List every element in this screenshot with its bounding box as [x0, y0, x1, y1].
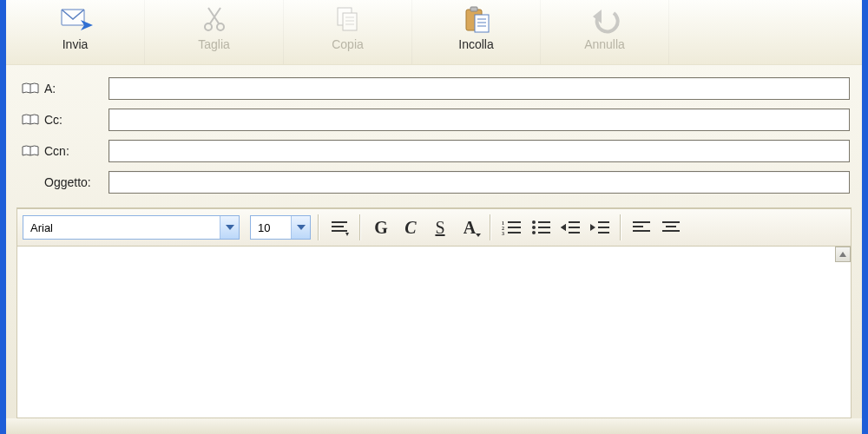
outdent-icon	[561, 220, 580, 235]
svg-rect-13	[475, 15, 489, 32]
font-size-combobox[interactable]: 10	[250, 215, 311, 240]
cc-input[interactable]	[108, 108, 850, 131]
chevron-up-icon	[839, 252, 846, 257]
chevron-down-icon	[476, 233, 481, 237]
cc-label-button[interactable]: Cc:	[22, 113, 102, 127]
font-name-combobox[interactable]: Arial	[23, 215, 240, 240]
addressbook-icon	[22, 82, 39, 95]
format-toolbar: Arial 10	[16, 208, 852, 247]
separator	[318, 214, 319, 240]
svg-point-34	[532, 220, 536, 224]
svg-marker-21	[226, 225, 234, 230]
svg-marker-55	[839, 252, 846, 257]
separator	[490, 214, 491, 240]
status-strip	[6, 418, 862, 434]
bold-button[interactable]: G	[368, 214, 394, 240]
undo-icon	[588, 3, 622, 35]
to-label-button[interactable]: A:	[22, 82, 102, 95]
addressbook-icon	[22, 114, 39, 126]
subject-label: Oggetto:	[22, 175, 102, 189]
subject-label-text: Oggetto:	[44, 175, 91, 189]
copy-label: Copia	[332, 37, 364, 51]
bulleted-list-button[interactable]	[528, 214, 554, 240]
scroll-up-button[interactable]	[835, 247, 851, 262]
chevron-down-icon[interactable]	[291, 216, 310, 239]
bcc-label-button[interactable]: Ccn:	[22, 144, 102, 158]
svg-point-5	[217, 23, 224, 30]
italic-button[interactable]: C	[398, 214, 424, 240]
paragraph-style-icon	[330, 219, 349, 236]
underline-button[interactable]: S	[427, 214, 453, 240]
svg-line-2	[208, 8, 219, 23]
font-size-value: 10	[251, 221, 277, 234]
chevron-down-icon[interactable]	[220, 216, 239, 239]
svg-marker-26	[345, 233, 349, 236]
subject-input[interactable]	[108, 171, 850, 194]
svg-point-36	[532, 231, 536, 234]
font-name-value: Arial	[23, 221, 60, 234]
svg-marker-41	[561, 224, 566, 231]
editor-area: Arial 10	[16, 207, 852, 418]
numbered-list-icon: 1 2 3	[502, 220, 521, 235]
separator	[620, 214, 621, 240]
cut-label: Taglia	[198, 37, 230, 51]
indent-button[interactable]	[587, 214, 613, 240]
addressbook-icon	[22, 145, 39, 157]
svg-marker-22	[297, 225, 306, 230]
indent-icon	[590, 220, 609, 235]
bcc-label-text: Ccn:	[44, 144, 69, 158]
send-label: Invia	[62, 37, 89, 51]
align-left-button[interactable]	[628, 214, 654, 240]
bcc-input[interactable]	[108, 140, 850, 162]
svg-text:3: 3	[502, 231, 504, 235]
scissors-icon	[197, 3, 232, 35]
cut-button[interactable]: Taglia	[145, 0, 284, 64]
numbered-list-button[interactable]: 1 2 3	[498, 214, 524, 240]
font-color-button[interactable]: A	[457, 214, 483, 240]
copy-icon	[331, 3, 365, 35]
svg-point-35	[532, 226, 536, 229]
to-input[interactable]	[108, 77, 850, 100]
font-color-letter: A	[464, 218, 476, 238]
svg-line-3	[210, 8, 220, 23]
send-button[interactable]: Invia	[6, 0, 145, 64]
to-label-text: A:	[44, 82, 56, 95]
undo-button[interactable]: Annulla	[541, 0, 669, 64]
svg-marker-27	[476, 233, 481, 237]
align-center-button[interactable]	[658, 214, 684, 240]
svg-marker-45	[590, 224, 595, 231]
cc-label-text: Cc:	[44, 113, 62, 127]
header-fields: A: Cc: Ccn:	[6, 65, 862, 202]
send-icon	[58, 3, 93, 35]
copy-button[interactable]: Copia	[284, 0, 412, 64]
paste-icon	[459, 3, 494, 35]
main-toolbar: Invia Taglia	[6, 0, 862, 65]
message-body[interactable]	[16, 247, 852, 418]
align-left-icon	[633, 220, 650, 234]
bulleted-list-icon	[531, 220, 550, 235]
separator	[359, 214, 361, 240]
svg-rect-7	[343, 13, 357, 30]
undo-label: Annulla	[584, 37, 625, 51]
outdent-button[interactable]	[557, 214, 583, 240]
svg-rect-12	[470, 7, 477, 11]
paste-button[interactable]: Incolla	[412, 0, 541, 64]
paste-label: Incolla	[458, 37, 493, 51]
paragraph-style-button[interactable]	[326, 214, 352, 240]
align-center-icon	[662, 220, 680, 234]
svg-point-4	[205, 23, 212, 30]
